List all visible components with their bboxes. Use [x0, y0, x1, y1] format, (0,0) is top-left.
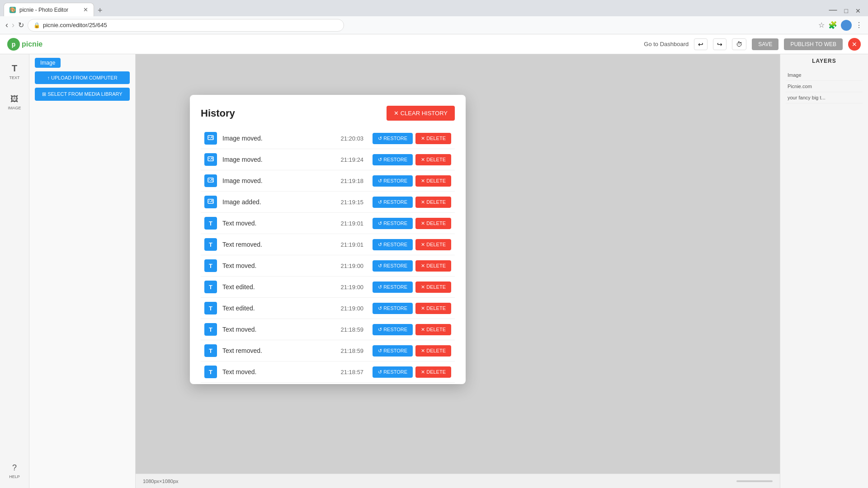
close-button[interactable]: ✕	[848, 38, 861, 51]
window-maximize[interactable]: □	[841, 7, 852, 14]
restore-button-1[interactable]: ↺ RESTORE	[373, 154, 413, 165]
restore-button-2[interactable]: ↺ RESTORE	[373, 175, 413, 187]
nav-icon-extensions[interactable]: 🧩	[828, 21, 837, 29]
delete-button-9[interactable]: ✕ DELETE	[415, 324, 451, 335]
history-row-icon: T	[204, 302, 217, 314]
image-icon: 🖼	[10, 94, 19, 104]
restore-button-0[interactable]: ↺ RESTORE	[373, 133, 413, 144]
history-row-action: Text removed.	[222, 347, 335, 354]
text-label: TEXT	[9, 75, 19, 80]
history-row-action: Image moved.	[222, 135, 335, 142]
history-row-time: 21:20:03	[341, 135, 364, 142]
sidebar-item-image[interactable]: 🖼 IMAGE	[4, 91, 24, 114]
nav-refresh-button[interactable]: ↻	[18, 21, 24, 29]
history-row-action: Text edited.	[222, 283, 335, 291]
layer-item-image[interactable]: Image	[786, 70, 863, 81]
history-row-buttons: ↺ RESTORE ✕ DELETE	[373, 366, 451, 378]
history-row: T Text edited. 21:19:00 ↺ RESTORE ✕ DELE…	[201, 298, 455, 319]
layer-item-text[interactable]: your fancy big t...	[786, 92, 863, 103]
clear-history-button[interactable]: ✕ CLEAR HISTORY	[387, 106, 455, 121]
layers-title: LAYERS	[786, 58, 863, 64]
delete-button-3[interactable]: ✕ DELETE	[415, 197, 451, 208]
history-row: T Text removed. 21:19:01 ↺ RESTORE ✕ DEL…	[201, 234, 455, 255]
history-row-time: 21:18:59	[341, 347, 364, 354]
history-row-buttons: ↺ RESTORE ✕ DELETE	[373, 239, 451, 250]
sidebar-item-text[interactable]: T TEXT	[5, 60, 23, 84]
history-row-action: Text edited.	[222, 305, 335, 312]
restore-button-6[interactable]: ↺ RESTORE	[373, 260, 413, 272]
window-close[interactable]: ✕	[852, 7, 864, 14]
restore-button-4[interactable]: ↺ RESTORE	[373, 218, 413, 229]
delete-button-0[interactable]: ✕ DELETE	[415, 133, 451, 144]
history-row: Image added. 21:19:15 ↺ RESTORE ✕ DELETE	[201, 192, 455, 213]
history-button[interactable]: ⏱	[732, 38, 746, 50]
history-row-time: 21:19:18	[341, 178, 364, 184]
history-title: History	[201, 108, 235, 119]
help-icon: ?	[12, 463, 17, 473]
delete-button-2[interactable]: ✕ DELETE	[415, 175, 451, 187]
history-row-buttons: ↺ RESTORE ✕ DELETE	[373, 218, 451, 229]
help-label: HELP	[9, 474, 20, 479]
delete-button-8[interactable]: ✕ DELETE	[415, 303, 451, 314]
text-icon: T	[12, 63, 17, 74]
dashboard-button[interactable]: Go to Dashboard	[644, 41, 689, 47]
layer-item-picnie[interactable]: Picnie.com	[786, 81, 863, 92]
nav-forward-button[interactable]: ›	[12, 20, 14, 30]
restore-button-10[interactable]: ↺ RESTORE	[373, 345, 413, 357]
history-row: T Text edited. 21:19:00 ↺ RESTORE ✕ DELE…	[201, 277, 455, 298]
nav-bar: ‹ › ↻ 🔒 picnie.com/editor/25/645 ☆ 🧩 ⋮	[0, 16, 868, 34]
delete-button-6[interactable]: ✕ DELETE	[415, 260, 451, 272]
restore-button-5[interactable]: ↺ RESTORE	[373, 239, 413, 250]
delete-button-5[interactable]: ✕ DELETE	[415, 239, 451, 250]
tab-close-icon[interactable]: ✕	[83, 6, 88, 13]
sidebar-item-help[interactable]: ? HELP	[5, 460, 24, 483]
panel-image-tab[interactable]: Image	[35, 58, 61, 68]
history-row-action: Image added.	[222, 198, 335, 206]
restore-button-3[interactable]: ↺ RESTORE	[373, 197, 413, 208]
address-bar[interactable]: 🔒 picnie.com/editor/25/645	[28, 19, 344, 32]
delete-button-11[interactable]: ✕ DELETE	[415, 366, 451, 378]
history-row-buttons: ↺ RESTORE ✕ DELETE	[373, 260, 451, 272]
history-modal: History ✕ CLEAR HISTORY Image moved. 21:…	[190, 95, 466, 384]
history-row: T Text moved. 21:19:00 ↺ RESTORE ✕ DELET…	[201, 255, 455, 277]
delete-button-7[interactable]: ✕ DELETE	[415, 282, 451, 293]
restore-button-11[interactable]: ↺ RESTORE	[373, 366, 413, 378]
history-row-time: 21:18:59	[341, 326, 364, 333]
history-row-action: Text moved.	[222, 220, 335, 227]
history-row-time: 21:19:24	[341, 156, 364, 163]
restore-button-8[interactable]: ↺ RESTORE	[373, 303, 413, 314]
nav-back-button[interactable]: ‹	[5, 20, 8, 30]
history-row-time: 21:19:15	[341, 199, 364, 206]
browser-chrome: 🎨 picnie - Photo Editor ✕ + — □ ✕	[0, 0, 868, 16]
history-row-icon	[204, 132, 217, 145]
redo-button[interactable]: ↪	[713, 38, 726, 50]
history-row-buttons: ↺ RESTORE ✕ DELETE	[373, 175, 451, 187]
nav-icon-star[interactable]: ☆	[818, 21, 825, 29]
restore-button-9[interactable]: ↺ RESTORE	[373, 324, 413, 335]
history-row-time: 21:19:00	[341, 263, 364, 269]
undo-button[interactable]: ↩	[694, 38, 708, 50]
history-row-buttons: ↺ RESTORE ✕ DELETE	[373, 324, 451, 335]
select-from-media-library-button[interactable]: ⊞ SELECT FROM MEDIA LIBRARY	[35, 88, 130, 101]
browser-tab[interactable]: 🎨 picnie - Photo Editor ✕	[4, 3, 94, 16]
history-row: Image moved. 21:19:18 ↺ RESTORE ✕ DELETE	[201, 170, 455, 192]
app-top-bar: p picnie Go to Dashboard ↩ ↪ ⏱ SAVE PUBL…	[0, 34, 868, 54]
publish-button[interactable]: PUBLISH TO WEB	[784, 38, 843, 50]
history-row-icon: T	[204, 366, 217, 378]
delete-button-1[interactable]: ✕ DELETE	[415, 154, 451, 165]
save-button[interactable]: SAVE	[752, 38, 778, 50]
delete-button-4[interactable]: ✕ DELETE	[415, 218, 451, 229]
new-tab-button[interactable]: +	[94, 6, 106, 15]
history-row-time: 21:19:00	[341, 284, 364, 291]
tab-title: picnie - Photo Editor	[19, 7, 68, 13]
upload-from-computer-button[interactable]: ↑ UPLOAD FROM COMPUTER	[35, 71, 130, 84]
restore-button-7[interactable]: ↺ RESTORE	[373, 282, 413, 293]
nav-icon-profile[interactable]	[841, 20, 852, 31]
nav-icon-menu[interactable]: ⋮	[855, 21, 863, 29]
window-minimize[interactable]: —	[826, 5, 841, 14]
logo-text: picnie	[22, 40, 42, 48]
delete-button-10[interactable]: ✕ DELETE	[415, 345, 451, 357]
zoom-slider[interactable]	[736, 480, 773, 482]
url-text: picnie.com/editor/25/645	[43, 22, 107, 28]
history-header: History ✕ CLEAR HISTORY	[201, 106, 455, 121]
